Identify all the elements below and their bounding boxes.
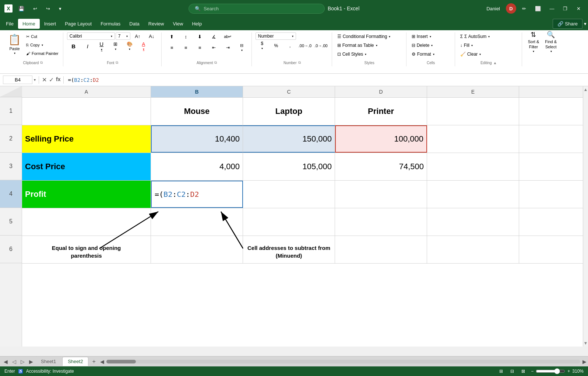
cell-A4[interactable]: Profit: [22, 181, 151, 208]
sheet-tab-1[interactable]: Sheet1: [35, 357, 61, 366]
share-button[interactable]: 🔗 Share: [553, 19, 582, 29]
menu-view[interactable]: View: [168, 19, 187, 29]
align-left-button[interactable]: ≡: [165, 43, 179, 52]
menu-help[interactable]: Help: [187, 19, 206, 29]
number-expand-icon[interactable]: ⧉: [298, 60, 301, 65]
zoom-out-button[interactable]: −: [531, 369, 534, 374]
clipboard-expand-icon[interactable]: ⧉: [40, 60, 43, 65]
wrap-text-button[interactable]: ab↵: [221, 33, 235, 41]
cell-B2[interactable]: 10,400: [151, 125, 243, 153]
cell-B4[interactable]: =(B2:C2:D2: [151, 181, 243, 208]
row-num-2[interactable]: 2: [0, 125, 22, 153]
sheet-nav-right[interactable]: ▶: [27, 358, 35, 365]
search-box[interactable]: 🔍: [189, 4, 325, 14]
sheet-nav-prev[interactable]: ◁: [10, 358, 18, 365]
cell-C3[interactable]: 105,000: [243, 153, 335, 180]
italic-button[interactable]: I: [81, 43, 94, 50]
cell-C1[interactable]: Laptop: [243, 98, 335, 125]
zoom-slider[interactable]: [536, 368, 565, 374]
cell-D4[interactable]: [335, 181, 427, 208]
col-header-A[interactable]: A: [22, 86, 151, 97]
fill-button[interactable]: ↓Fill▾: [459, 41, 488, 49]
font-color-button[interactable]: A▾: [137, 41, 150, 51]
close-button[interactable]: ✕: [573, 3, 584, 14]
cell-E3[interactable]: [427, 153, 519, 180]
menu-data[interactable]: Data: [125, 19, 144, 29]
cell-C5[interactable]: [243, 208, 335, 236]
col-header-B[interactable]: B: [151, 86, 243, 97]
bold-button[interactable]: B: [67, 43, 80, 50]
cell-C6[interactable]: Cell addresses to subtract from(Minuend): [243, 236, 335, 263]
cell-C2[interactable]: 150,000: [243, 125, 335, 153]
normal-view-button[interactable]: ⊞: [498, 368, 504, 375]
currency-button[interactable]: $▾: [256, 41, 269, 51]
search-input[interactable]: [204, 6, 318, 11]
menu-formulas[interactable]: Formulas: [96, 19, 125, 29]
page-break-view-button[interactable]: ⊠: [520, 368, 527, 375]
percent-button[interactable]: %: [270, 43, 283, 49]
align-bottom-button[interactable]: ⬇: [193, 32, 207, 41]
cell-D1[interactable]: Printer: [335, 98, 427, 125]
cell-A5[interactable]: [22, 208, 151, 236]
save-button[interactable]: 💾: [15, 4, 27, 13]
font-name-dropdown[interactable]: Calibri▾: [67, 32, 115, 40]
merge-center-button[interactable]: ⊟▾: [235, 42, 249, 53]
copy-button[interactable]: ⎘Copy▾: [25, 41, 60, 49]
decrease-font-button[interactable]: A↓: [145, 33, 158, 40]
font-expand-icon[interactable]: ⧉: [116, 60, 118, 65]
horizontal-scrollbar[interactable]: ◀ ▶: [100, 359, 587, 365]
confirm-formula-icon[interactable]: ✓: [49, 76, 54, 83]
row-num-4[interactable]: 4: [0, 180, 22, 208]
cell-ref-expand[interactable]: ▾: [34, 78, 36, 82]
menu-insert[interactable]: Insert: [40, 19, 61, 29]
menu-file[interactable]: File: [1, 19, 18, 29]
page-layout-view-button[interactable]: ⊟: [509, 368, 515, 375]
align-top-button[interactable]: ⬆: [165, 32, 179, 41]
cell-styles-button[interactable]: ⊡Cell Styles▾: [336, 50, 368, 58]
row-num-1[interactable]: 1: [0, 97, 22, 125]
underline-button[interactable]: U▾: [95, 41, 108, 52]
cell-A2[interactable]: Selling Price: [22, 125, 151, 153]
cell-B1[interactable]: Mouse: [151, 98, 243, 125]
font-size-dropdown[interactable]: 7▾: [116, 32, 130, 40]
clear-button[interactable]: 🧹Clear▾: [459, 50, 488, 58]
cell-E4[interactable]: [427, 181, 519, 208]
cell-A1[interactable]: [22, 98, 151, 125]
fill-color-button[interactable]: 🎨▾: [123, 41, 136, 51]
cancel-formula-icon[interactable]: ✕: [42, 76, 47, 83]
autosum-button[interactable]: ΣΣ AutoSum▾: [459, 32, 492, 41]
cell-B6[interactable]: [151, 236, 243, 263]
format-cells-button[interactable]: ⚙Format▾: [410, 50, 440, 58]
insert-function-icon[interactable]: fx: [56, 76, 60, 83]
sort-filter-button[interactable]: ⇅ Sort & Filter ▾: [526, 32, 542, 51]
cell-D2[interactable]: 100,000: [335, 125, 427, 153]
editing-collapse-icon[interactable]: ▲: [493, 61, 497, 65]
increase-font-button[interactable]: A↑: [131, 33, 144, 40]
insert-cells-button[interactable]: ⊞Insert▾: [410, 32, 440, 41]
menu-page-layout[interactable]: Page Layout: [60, 19, 96, 29]
find-select-button[interactable]: 🔍 Find & Select ▾: [543, 32, 559, 51]
cell-D3[interactable]: 74,500: [335, 153, 427, 180]
full-screen-button[interactable]: ⬜: [532, 4, 544, 13]
format-painter-button[interactable]: 🖌Format Painter: [25, 49, 60, 58]
conditional-formatting-button[interactable]: ☰Conditional Formatting▾: [336, 32, 392, 41]
pen-tool-button[interactable]: ✏: [519, 4, 529, 13]
customize-button[interactable]: ▾: [56, 4, 64, 13]
cell-reference-input[interactable]: B4: [3, 76, 32, 84]
decrease-indent-button[interactable]: ⇤: [207, 43, 221, 52]
menu-home[interactable]: Home: [18, 19, 40, 29]
restore-button[interactable]: ❐: [560, 3, 570, 14]
row-num-5[interactable]: 5: [0, 208, 22, 236]
comma-button[interactable]: ,: [284, 43, 297, 49]
align-middle-button[interactable]: ↕: [179, 32, 193, 41]
add-sheet-button[interactable]: +: [89, 357, 98, 366]
cut-button[interactable]: ✂Cut: [25, 32, 60, 41]
cell-E5[interactable]: [427, 208, 519, 236]
align-right-button[interactable]: ≡: [193, 43, 207, 52]
scroll-up-button[interactable]: ▲: [583, 86, 588, 93]
cell-E2[interactable]: [427, 125, 519, 153]
undo-button[interactable]: ↩: [30, 4, 40, 13]
delete-cells-button[interactable]: ⊟Delete▾: [410, 41, 440, 49]
sheet-nav-next[interactable]: ▷: [18, 358, 27, 365]
alignment-expand-icon[interactable]: ⧉: [214, 60, 217, 65]
